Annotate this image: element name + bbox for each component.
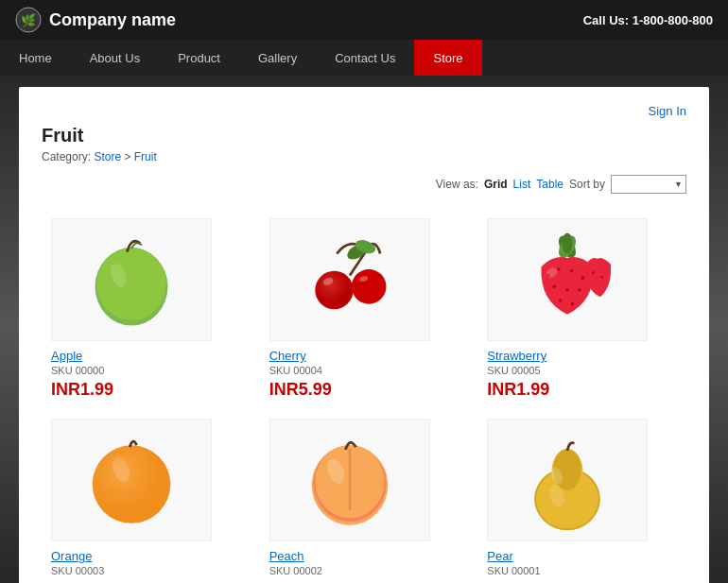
product-item: Orange SKU 00003 INR2.99: [42, 409, 251, 583]
svg-point-24: [592, 271, 595, 274]
product-price: INR1.99: [487, 380, 677, 400]
svg-point-10: [351, 269, 386, 304]
nav-product[interactable]: Product: [159, 40, 239, 76]
product-image-container[interactable]: [487, 218, 648, 341]
svg-point-25: [601, 276, 604, 279]
breadcrumb-prefix: Category:: [42, 150, 91, 163]
company-name: Company name: [49, 10, 176, 30]
content-box: Sign In Fruit Category: Store > Fruit Vi…: [19, 87, 709, 583]
svg-point-22: [559, 299, 563, 302]
nav-store[interactable]: Store: [414, 40, 481, 76]
product-item: Apple SKU 00000 INR1.99: [42, 209, 251, 409]
sign-in-link[interactable]: Sign In: [649, 104, 686, 118]
product-sku: SKU 00005: [487, 365, 677, 376]
sort-label: Sort by: [569, 178, 605, 191]
product-item: Peach SKU 00002 INR8.99: [260, 409, 469, 583]
view-controls: View as: Grid List Table Sort by Name Pr…: [42, 175, 686, 194]
main-nav: Home About Us Product Gallery Contact Us…: [0, 40, 728, 76]
page-title: Fruit: [42, 125, 686, 146]
svg-point-20: [565, 288, 569, 292]
product-name[interactable]: Peach: [269, 549, 459, 563]
product-sku: SKU 00000: [51, 365, 241, 376]
product-sku: SKU 00002: [269, 565, 459, 576]
breadcrumb-sep: >: [124, 150, 130, 163]
svg-point-21: [578, 288, 581, 292]
product-sku: SKU 00001: [487, 565, 677, 576]
svg-point-3: [96, 248, 165, 320]
breadcrumb-current[interactable]: Fruit: [134, 150, 157, 163]
sort-select[interactable]: Name Price: [611, 175, 686, 194]
main-wrapper: Sign In Fruit Category: Store > Fruit Vi…: [0, 76, 728, 583]
product-grid: Apple SKU 00000 INR1.99: [42, 209, 686, 583]
svg-point-14: [563, 233, 573, 254]
call-label: Call Us:: [583, 13, 629, 27]
product-item: Strawberry SKU 00005 INR1.99: [477, 209, 686, 409]
product-image-container[interactable]: [269, 218, 430, 341]
logo-icon: 🌿: [15, 7, 42, 33]
product-item: Cherry SKU 00004 INR5.99: [260, 209, 469, 409]
sort-wrapper: Name Price: [611, 175, 686, 194]
view-table[interactable]: Table: [536, 178, 563, 191]
svg-point-17: [570, 269, 574, 273]
view-list[interactable]: List: [513, 178, 531, 191]
svg-point-28: [93, 445, 171, 523]
product-sku: SKU 00004: [269, 365, 459, 376]
product-price: INR5.99: [269, 380, 459, 400]
nav-gallery[interactable]: Gallery: [239, 40, 316, 76]
view-as-label: View as:: [436, 178, 478, 191]
svg-point-8: [315, 271, 353, 309]
svg-text:🌿: 🌿: [21, 12, 37, 28]
product-name[interactable]: Cherry: [269, 349, 459, 363]
product-name[interactable]: Apple: [51, 349, 241, 363]
breadcrumb: Category: Store > Fruit: [42, 150, 686, 163]
product-image-container[interactable]: [51, 218, 212, 341]
header: 🌿 Company name Call Us: 1-800-800-800: [0, 0, 728, 40]
phone-number: 1-800-800-800: [633, 13, 713, 27]
product-price: INR1.99: [51, 380, 241, 400]
svg-point-23: [571, 302, 575, 306]
product-name[interactable]: Strawberry: [487, 349, 677, 363]
view-grid[interactable]: Grid: [484, 178, 508, 191]
call-us: Call Us: 1-800-800-800: [583, 13, 713, 27]
nav-home[interactable]: Home: [0, 40, 71, 76]
product-image-container[interactable]: [51, 419, 212, 541]
product-image-container[interactable]: [487, 419, 648, 541]
svg-point-18: [581, 276, 585, 280]
sign-in-row: Sign In: [42, 102, 686, 119]
nav-contact[interactable]: Contact Us: [316, 40, 414, 76]
nav-about[interactable]: About Us: [71, 40, 159, 76]
logo: 🌿 Company name: [15, 7, 176, 33]
breadcrumb-store[interactable]: Store: [94, 150, 121, 163]
svg-point-16: [557, 267, 561, 271]
product-name[interactable]: Orange: [51, 549, 241, 563]
svg-point-19: [553, 285, 557, 289]
product-item: Pear SKU 00001 INR2.49: [477, 409, 686, 583]
product-sku: SKU 00003: [51, 565, 241, 576]
product-image-container[interactable]: [269, 419, 430, 541]
product-name[interactable]: Pear: [487, 549, 677, 563]
